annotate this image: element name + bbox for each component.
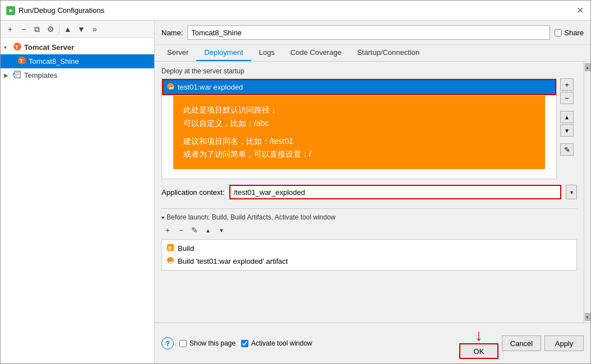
- popup-line-3: 建议和项目同名，比如：/test01: [183, 135, 535, 148]
- bl-remove-button[interactable]: −: [175, 225, 187, 236]
- main-area: Deploy at the server startup ☕: [155, 62, 584, 270]
- tree-templates-group[interactable]: ▶ Templates: [1, 68, 154, 82]
- activate-tool-checkbox[interactable]: [241, 340, 248, 347]
- popup-line-1: 此处是项目默认访问路径；: [183, 104, 535, 117]
- left-toolbar: + − ⧉ ⚙ ▲ ▼ »: [1, 21, 154, 38]
- tab-deployment[interactable]: Deployment: [196, 45, 251, 61]
- popup-line-4: 或者为了访问简单，可以直接设置：/: [183, 148, 535, 161]
- btn-spacer: [560, 105, 574, 110]
- deploy-item-label: test01:war exploded: [178, 83, 243, 91]
- ok-button[interactable]: OK: [459, 343, 498, 359]
- deploy-add-button[interactable]: +: [560, 78, 574, 91]
- svg-text:☕: ☕: [169, 84, 174, 90]
- before-launch-header: ▾ Before launch: Build, Build Artifacts,…: [161, 213, 577, 221]
- copy-config-button[interactable]: ⧉: [31, 23, 43, 35]
- more-button[interactable]: »: [89, 23, 101, 35]
- apply-button[interactable]: Apply: [544, 335, 584, 351]
- scrollbar: ▲ ▼: [584, 62, 590, 323]
- show-page-label: Show this page: [190, 339, 236, 347]
- show-page-checkbox[interactable]: [179, 340, 187, 347]
- tab-startup-connection[interactable]: Startup/Connection: [349, 45, 427, 61]
- settings-config-button[interactable]: ⚙: [44, 23, 57, 35]
- tomcat-instance-icon: T: [17, 56, 26, 67]
- close-button[interactable]: ✕: [575, 5, 585, 16]
- btn-spacer2: [560, 138, 574, 142]
- app-context-dropdown[interactable]: ▾: [566, 185, 577, 199]
- tomcat-server-label: Tomcat Server: [24, 43, 74, 52]
- right-panel: Name: Share Server Deployment Logs Code …: [155, 21, 590, 363]
- deploy-item-icon: ☕: [167, 82, 174, 92]
- deploy-up-button[interactable]: ▲: [560, 111, 574, 123]
- svg-text:T: T: [15, 44, 19, 50]
- app-context-row: Application context: ▾: [161, 185, 577, 199]
- red-arrow-icon: ↓: [475, 328, 483, 343]
- footer-left: ? Show this page Activate tool window: [161, 337, 312, 349]
- name-label: Name:: [161, 29, 183, 37]
- deploy-down-button[interactable]: ▼: [560, 124, 574, 137]
- activate-tool-label: Activate tool window: [251, 339, 312, 347]
- app-context-input[interactable]: [229, 185, 561, 199]
- deploy-item[interactable]: ☕ test01:war exploded: [162, 79, 556, 95]
- popup-spacer: [183, 130, 535, 135]
- share-checkbox[interactable]: [555, 29, 562, 36]
- right-panel-content: Deploy at the server startup ☕: [155, 62, 590, 323]
- tree-tomcat-instance[interactable]: T Tomcat8_Shine: [1, 54, 154, 68]
- title-bar: Run/Debug Configurations ✕: [1, 1, 590, 21]
- tab-content-deployment: Deploy at the server startup ☕: [155, 62, 584, 323]
- config-tree: ▾ T Tomcat Server T: [1, 38, 154, 363]
- deploy-edit-button[interactable]: ✎: [560, 143, 574, 156]
- tree-arrow-templates: ▶: [4, 72, 11, 78]
- before-launch-arrow: ▾: [161, 214, 164, 221]
- before-launch-list: B Build ☕: [161, 239, 577, 270]
- activate-tool-checkbox-row: Activate tool window: [241, 339, 312, 347]
- left-panel: + − ⧉ ⚙ ▲ ▼ » ▾ T: [1, 21, 155, 363]
- share-label: Share: [564, 29, 584, 37]
- toolbar-separator: [59, 24, 59, 34]
- cancel-button[interactable]: Cancel: [502, 335, 541, 351]
- footer: ? Show this page Activate tool window ↓ …: [155, 323, 590, 363]
- tab-server[interactable]: Server: [159, 45, 196, 61]
- tab-code-coverage[interactable]: Code Coverage: [283, 45, 349, 61]
- orange-popup: 此处是项目默认访问路径； 可以自定义，比如：/abc 建议和项目同名，比如：/t…: [173, 96, 545, 169]
- before-launch-toolbar: + − ✎ ▲ ▼: [161, 225, 577, 236]
- tab-logs[interactable]: Logs: [251, 45, 283, 61]
- title-bar-left: Run/Debug Configurations: [6, 6, 104, 15]
- footer-right: ↓ OK Cancel Apply: [459, 328, 584, 359]
- svg-text:B: B: [168, 245, 172, 251]
- svg-text:T: T: [20, 58, 23, 64]
- templates-icon: [13, 70, 22, 81]
- dialog-title: Run/Debug Configurations: [19, 6, 104, 15]
- app-context-label: Application context:: [161, 188, 225, 197]
- scroll-up-button[interactable]: ▲: [585, 63, 590, 71]
- tabs-row: Server Deployment Logs Code Coverage Sta…: [155, 45, 590, 62]
- bl-up-button[interactable]: ▲: [202, 225, 214, 236]
- move-up-button[interactable]: ▲: [62, 23, 74, 35]
- move-down-button[interactable]: ▼: [75, 23, 87, 35]
- tree-tomcat-server-group[interactable]: ▾ T Tomcat Server: [1, 40, 154, 54]
- popup-line-2: 可以自定义，比如：/abc: [183, 117, 535, 130]
- bl-edit-button[interactable]: ✎: [188, 225, 201, 236]
- bl-build-icon: B: [167, 244, 174, 253]
- name-row: Name: Share: [155, 21, 590, 45]
- scroll-down-button[interactable]: ▼: [585, 313, 590, 321]
- bl-item-build: B Build: [162, 242, 576, 255]
- dialog-content: + − ⧉ ⚙ ▲ ▼ » ▾ T: [1, 21, 590, 363]
- name-input[interactable]: [187, 25, 550, 40]
- add-config-button[interactable]: +: [4, 23, 16, 35]
- dialog-icon: [6, 6, 15, 15]
- bl-item-artifact: ☕ Build 'test01:war exploded' artifact: [162, 255, 576, 268]
- deploy-list: ☕ test01:war exploded 此处是项目默认访问路径； 可以自定义…: [161, 78, 557, 179]
- svg-text:☕: ☕: [168, 258, 174, 264]
- bl-add-button[interactable]: +: [161, 225, 174, 236]
- deploy-remove-button[interactable]: −: [560, 92, 574, 104]
- bl-artifact-label: Build 'test01:war exploded' artifact: [178, 257, 288, 265]
- before-launch-section: ▾ Before launch: Build, Build Artifacts,…: [161, 208, 577, 270]
- deploy-section-label: Deploy at the server startup: [161, 67, 577, 75]
- help-button[interactable]: ?: [161, 337, 174, 349]
- tomcat-icon: T: [13, 42, 22, 53]
- bl-down-button[interactable]: ▼: [215, 225, 228, 236]
- tomcat-instance-label: Tomcat8_Shine: [29, 57, 79, 66]
- before-launch-label: Before launch: Build, Build Artifacts, A…: [167, 213, 336, 221]
- bl-build-label: Build: [178, 244, 194, 253]
- remove-config-button[interactable]: −: [17, 23, 30, 35]
